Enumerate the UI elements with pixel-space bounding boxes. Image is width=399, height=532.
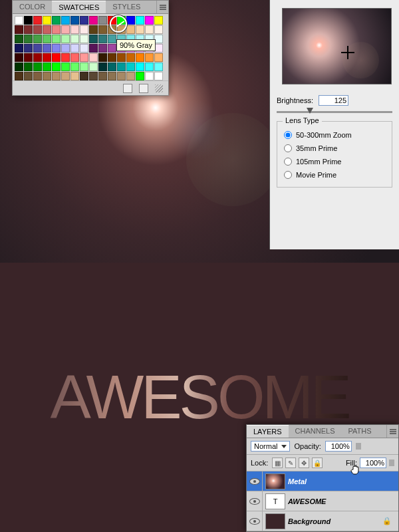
- swatch[interactable]: [15, 53, 23, 62]
- chevron-right-icon[interactable]: [389, 460, 394, 466]
- swatch[interactable]: [70, 63, 79, 71]
- swatch[interactable]: [43, 63, 51, 71]
- swatch[interactable]: [61, 44, 70, 53]
- swatch[interactable]: [108, 44, 116, 53]
- swatch[interactable]: [80, 72, 88, 80]
- new-swatch-icon[interactable]: [123, 84, 132, 93]
- swatch[interactable]: [52, 25, 61, 34]
- tab-styles[interactable]: STYLES: [106, 1, 147, 13]
- swatch[interactable]: [70, 53, 79, 62]
- swatch[interactable]: [24, 44, 33, 53]
- visibility-toggle[interactable]: [247, 511, 263, 531]
- swatch[interactable]: [61, 16, 70, 25]
- swatch[interactable]: [154, 25, 163, 34]
- swatch[interactable]: [89, 25, 98, 34]
- swatch[interactable]: [15, 63, 23, 71]
- layer-thumbnail[interactable]: [265, 473, 285, 489]
- chevron-right-icon[interactable]: [356, 443, 361, 450]
- brightness-slider[interactable]: [277, 111, 392, 113]
- swatch[interactable]: [89, 44, 98, 53]
- swatch[interactable]: [154, 72, 163, 80]
- swatch[interactable]: [145, 25, 154, 34]
- swatch[interactable]: [61, 72, 70, 80]
- lens-type-option[interactable]: 105mm Prime: [284, 155, 385, 168]
- swatch[interactable]: [126, 16, 135, 25]
- swatch[interactable]: [70, 35, 79, 43]
- swatch[interactable]: [117, 63, 126, 71]
- swatch[interactable]: [108, 35, 116, 43]
- swatch[interactable]: [136, 25, 144, 34]
- swatch[interactable]: [80, 53, 88, 62]
- visibility-toggle[interactable]: [247, 491, 263, 511]
- swatch[interactable]: [33, 25, 42, 34]
- swatch[interactable]: [108, 53, 116, 62]
- swatch[interactable]: [43, 16, 51, 25]
- layer-name-label[interactable]: Metal: [288, 477, 398, 485]
- swatch[interactable]: [117, 53, 126, 62]
- swatch[interactable]: [98, 63, 107, 71]
- swatch[interactable]: [61, 35, 70, 43]
- swatch[interactable]: [154, 63, 163, 71]
- layer-thumbnail[interactable]: T: [265, 493, 285, 509]
- swatch[interactable]: [52, 53, 61, 62]
- swatch[interactable]: [15, 44, 23, 53]
- swatch[interactable]: [89, 53, 98, 62]
- swatch[interactable]: [154, 16, 163, 25]
- swatch[interactable]: [108, 63, 116, 71]
- delete-swatch-icon[interactable]: [139, 84, 148, 93]
- panel-menu-icon[interactable]: [156, 1, 168, 13]
- swatch[interactable]: [136, 63, 144, 71]
- lock-position-icon[interactable]: ✥: [299, 458, 309, 468]
- swatch[interactable]: [154, 44, 163, 53]
- swatch[interactable]: [15, 35, 23, 43]
- slider-thumb-icon[interactable]: [307, 108, 313, 114]
- radio-icon[interactable]: [284, 144, 292, 152]
- swatch[interactable]: [52, 44, 61, 53]
- layer-row[interactable]: TAWESOME: [247, 491, 398, 511]
- swatch[interactable]: [33, 35, 42, 43]
- swatch[interactable]: [15, 25, 23, 34]
- opacity-input[interactable]: [325, 441, 352, 452]
- tab-channels[interactable]: CHANNELS: [289, 425, 342, 438]
- layer-name-label[interactable]: AWESOME: [288, 497, 398, 505]
- brightness-input[interactable]: [319, 95, 348, 106]
- radio-icon[interactable]: [284, 131, 292, 139]
- swatch[interactable]: [43, 35, 51, 43]
- swatch[interactable]: [24, 25, 33, 34]
- swatch[interactable]: [80, 35, 88, 43]
- swatch[interactable]: [80, 25, 88, 34]
- lens-type-option[interactable]: 50-300mm Zoom: [284, 128, 385, 142]
- swatch[interactable]: [70, 16, 79, 25]
- lens-flare-preview[interactable]: [282, 8, 392, 84]
- tab-color[interactable]: COLOR: [13, 1, 52, 13]
- radio-icon[interactable]: [284, 158, 292, 166]
- swatch[interactable]: [98, 44, 107, 53]
- swatch[interactable]: [61, 25, 70, 34]
- swatch[interactable]: [70, 44, 79, 53]
- blend-mode-select[interactable]: Normal: [251, 441, 290, 452]
- swatch[interactable]: [43, 53, 51, 62]
- tab-paths[interactable]: PATHS: [342, 425, 378, 438]
- swatch[interactable]: [154, 35, 163, 43]
- fill-input[interactable]: [360, 458, 386, 468]
- resize-grip-icon[interactable]: [155, 84, 163, 92]
- radio-icon[interactable]: [284, 171, 292, 179]
- swatch[interactable]: [43, 44, 51, 53]
- swatch[interactable]: [70, 25, 79, 34]
- swatch[interactable]: [98, 72, 107, 80]
- swatch[interactable]: [108, 72, 116, 80]
- swatch[interactable]: [33, 53, 42, 62]
- swatch[interactable]: [24, 72, 33, 80]
- swatch[interactable]: [98, 25, 107, 34]
- lens-type-option[interactable]: Movie Prime: [284, 168, 385, 182]
- swatch[interactable]: [24, 63, 33, 71]
- swatch[interactable]: [24, 53, 33, 62]
- swatch[interactable]: [15, 72, 23, 80]
- swatch[interactable]: [80, 63, 88, 71]
- swatch[interactable]: [136, 16, 144, 25]
- panel-menu-icon[interactable]: [386, 425, 398, 438]
- swatch[interactable]: [145, 72, 154, 80]
- layer-thumbnail[interactable]: [265, 513, 285, 529]
- swatch[interactable]: [98, 53, 107, 62]
- swatch[interactable]: [52, 72, 61, 80]
